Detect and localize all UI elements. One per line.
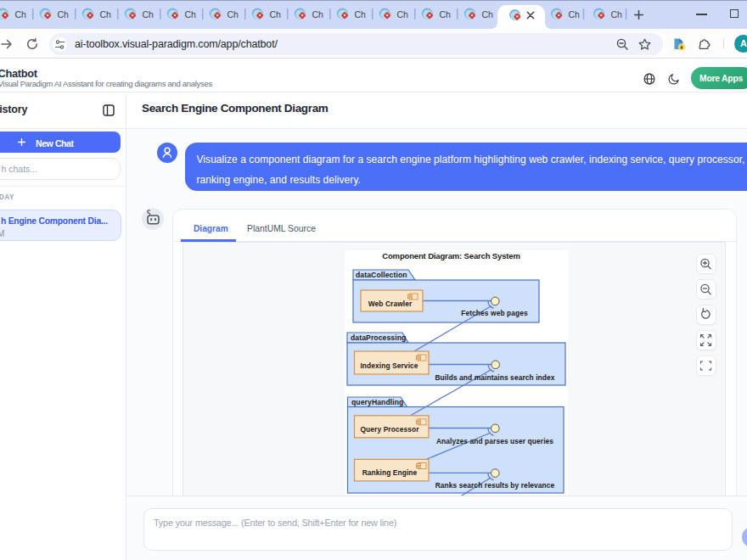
svg-text:Ch: Ch — [482, 9, 494, 20]
svg-text:Ch: Ch — [227, 9, 239, 20]
svg-text:Query Processor: Query Processor — [361, 425, 420, 434]
svg-text:Ch: Ch — [312, 9, 324, 20]
svg-text:Ch: Ch — [185, 9, 197, 20]
svg-text:Ch: Ch — [611, 9, 623, 20]
svg-text:Web Crawler: Web Crawler — [368, 300, 413, 308]
svg-text:Component Diagram: Search Syst: Component Diagram: Search System — [382, 251, 520, 260]
svg-text:dataCollection: dataCollection — [356, 271, 407, 279]
svg-text:Indexing Service: Indexing Service — [360, 361, 418, 370]
svg-text:Ch: Ch — [397, 9, 409, 20]
svg-text:Ch: Ch — [143, 9, 154, 20]
svg-text:Builds and maintains search in: Builds and maintains search index — [435, 373, 554, 382]
svg-text:Ranks search results by releva: Ranks search results by relevance — [435, 481, 555, 490]
svg-text:Ch: Ch — [355, 9, 367, 20]
svg-text:dataProcessing: dataProcessing — [351, 333, 406, 342]
svg-text:queryHandling: queryHandling — [351, 398, 403, 406]
svg-text:Ch: Ch — [440, 9, 452, 20]
svg-text:Analyzes and parses user queri: Analyzes and parses user queries — [436, 437, 553, 445]
svg-text:Ranking Engine: Ranking Engine — [362, 468, 418, 477]
svg-text:Fetches web pages: Fetches web pages — [461, 309, 528, 317]
svg-text:Ch: Ch — [15, 9, 27, 20]
svg-text:Ch: Ch — [100, 9, 112, 20]
svg-text:Ch: Ch — [58, 9, 70, 20]
svg-text:Ch: Ch — [270, 9, 282, 20]
svg-text:Ch: Ch — [569, 9, 581, 20]
